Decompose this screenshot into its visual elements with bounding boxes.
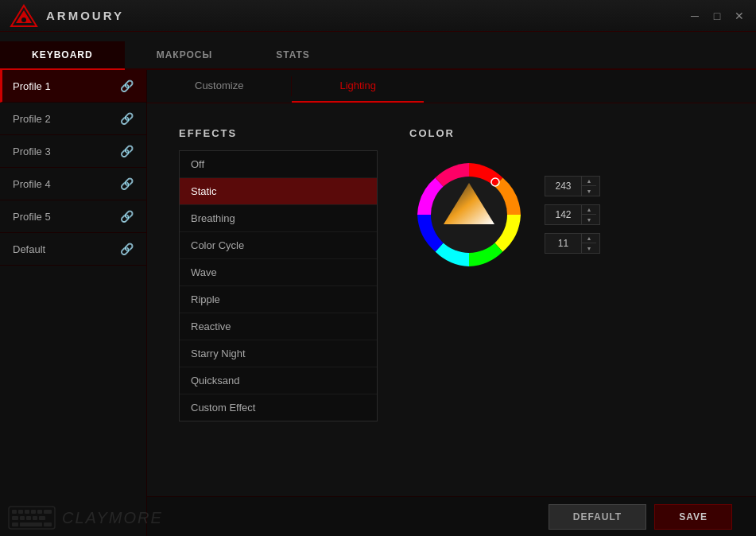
title-bar: ARMOURY ─ □ ✕ bbox=[0, 0, 756, 32]
effects-title: EFFECTS bbox=[179, 127, 378, 139]
svg-rect-8 bbox=[12, 510, 17, 514]
app-title: ARMOURY bbox=[46, 9, 124, 22]
color-title: COLOR bbox=[409, 127, 455, 139]
svg-rect-10 bbox=[25, 510, 29, 514]
main-content: EFFECTS Off Static Breathing Color Cycle bbox=[147, 103, 756, 496]
color-panel: COLOR bbox=[409, 127, 600, 472]
color-r-input-row: ▲ ▼ bbox=[545, 176, 600, 196]
color-b-increment[interactable]: ▲ bbox=[582, 233, 596, 243]
effect-starry-night[interactable]: Starry Night bbox=[180, 340, 377, 367]
watermark-text: CLAYMORE bbox=[62, 509, 163, 527]
content-area: Customize Lighting EFFECTS Off Static bbox=[147, 70, 756, 536]
sidebar-item-profile4[interactable]: Profile 4 🔗 bbox=[0, 168, 146, 200]
sidebar-item-profile1[interactable]: Profile 1 🔗 bbox=[0, 70, 146, 103]
maximize-button[interactable]: □ bbox=[710, 9, 724, 23]
effect-custom-effect[interactable]: Custom Effect bbox=[180, 394, 377, 421]
svg-point-2 bbox=[21, 17, 26, 22]
color-b-spinners: ▲ ▼ bbox=[581, 233, 596, 254]
main-tabs: KEYBOARD МАКРОСЫ STATS bbox=[0, 32, 756, 70]
svg-rect-21 bbox=[44, 522, 52, 526]
sidebar-item-profile3[interactable]: Profile 3 🔗 bbox=[0, 135, 146, 168]
color-g-spinners: ▲ ▼ bbox=[581, 204, 596, 225]
effects-panel: EFFECTS Off Static Breathing Color Cycle bbox=[179, 127, 378, 472]
sidebar: Profile 1 🔗 Profile 2 🔗 Profile 3 🔗 Prof… bbox=[0, 70, 147, 536]
app-logo: ARMOURY bbox=[10, 4, 124, 28]
color-wheel[interactable] bbox=[409, 155, 529, 274]
svg-rect-17 bbox=[33, 516, 37, 520]
close-button[interactable]: ✕ bbox=[732, 9, 746, 23]
color-r-decrement[interactable]: ▼ bbox=[582, 186, 596, 196]
app-body: Profile 1 🔗 Profile 2 🔗 Profile 3 🔗 Prof… bbox=[0, 70, 756, 536]
minimize-button[interactable]: ─ bbox=[688, 9, 702, 23]
sidebar-item-profile5[interactable]: Profile 5 🔗 bbox=[0, 200, 146, 233]
svg-rect-19 bbox=[12, 522, 18, 526]
keyboard-icon bbox=[8, 506, 56, 530]
svg-rect-18 bbox=[39, 516, 45, 520]
tab-stats[interactable]: STATS bbox=[244, 41, 342, 70]
default-button[interactable]: DEFAULT bbox=[549, 504, 646, 530]
effect-reactive[interactable]: Reactive bbox=[180, 313, 377, 340]
color-b-input-row: ▲ ▼ bbox=[545, 233, 600, 254]
effect-ripple[interactable]: Ripple bbox=[180, 286, 377, 313]
link-icon: 🔗 bbox=[120, 145, 134, 157]
link-icon: 🔗 bbox=[120, 243, 134, 255]
svg-rect-15 bbox=[20, 516, 25, 520]
link-icon: 🔗 bbox=[120, 112, 134, 125]
color-r-input[interactable] bbox=[545, 179, 581, 193]
color-wheel-svg bbox=[409, 155, 529, 274]
svg-rect-9 bbox=[18, 510, 23, 514]
color-b-input[interactable] bbox=[545, 236, 581, 251]
tab-customize[interactable]: Customize bbox=[147, 70, 291, 103]
effect-color-cycle[interactable]: Color Cycle bbox=[180, 232, 377, 259]
color-g-decrement[interactable]: ▼ bbox=[582, 215, 596, 225]
tab-lighting[interactable]: Lighting bbox=[292, 70, 424, 103]
color-g-input[interactable] bbox=[545, 208, 581, 222]
effect-static[interactable]: Static bbox=[180, 178, 377, 205]
color-r-spinners: ▲ ▼ bbox=[581, 176, 596, 196]
save-button[interactable]: SAVE bbox=[654, 504, 732, 530]
color-r-increment[interactable]: ▲ bbox=[582, 176, 596, 186]
effect-wave[interactable]: Wave bbox=[180, 259, 377, 286]
color-inputs: ▲ ▼ ▲ ▼ bbox=[545, 176, 600, 254]
color-g-increment[interactable]: ▲ bbox=[582, 204, 596, 215]
color-b-decrement[interactable]: ▼ bbox=[582, 243, 596, 254]
rog-logo-icon bbox=[10, 4, 38, 28]
svg-rect-14 bbox=[12, 516, 18, 520]
svg-rect-12 bbox=[37, 510, 42, 514]
sidebar-item-default[interactable]: Default 🔗 bbox=[0, 233, 146, 266]
sub-tabs: Customize Lighting bbox=[147, 70, 756, 103]
footer-watermark: CLAYMORE bbox=[8, 506, 163, 530]
sidebar-item-profile2[interactable]: Profile 2 🔗 bbox=[0, 103, 146, 135]
svg-rect-16 bbox=[26, 516, 31, 520]
svg-rect-20 bbox=[20, 522, 42, 526]
window-controls: ─ □ ✕ bbox=[688, 9, 746, 23]
svg-rect-11 bbox=[31, 510, 36, 514]
color-wheel-area: ▲ ▼ ▲ ▼ bbox=[409, 155, 600, 274]
bottom-bar: DEFAULT SAVE bbox=[147, 496, 756, 536]
effect-breathing[interactable]: Breathing bbox=[180, 205, 377, 232]
effect-quicksand[interactable]: Quicksand bbox=[180, 367, 377, 394]
link-icon: 🔗 bbox=[120, 210, 134, 223]
color-g-input-row: ▲ ▼ bbox=[545, 204, 600, 225]
link-icon: 🔗 bbox=[120, 177, 134, 190]
effect-off[interactable]: Off bbox=[180, 151, 377, 178]
svg-rect-13 bbox=[44, 510, 52, 514]
effects-list: Off Static Breathing Color Cycle Wave bbox=[179, 150, 378, 421]
link-icon: 🔗 bbox=[120, 80, 134, 92]
tab-keyboard[interactable]: KEYBOARD bbox=[0, 41, 125, 70]
tab-macros[interactable]: МАКРОСЫ bbox=[125, 41, 245, 70]
